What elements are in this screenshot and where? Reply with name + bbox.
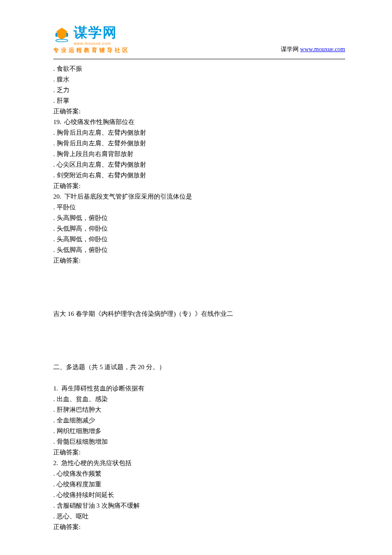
blank-line xyxy=(53,287,345,298)
text-line: 二、多选题（共 5 道试题，共 20 分。） xyxy=(53,362,345,373)
text-line: . 出血、贫血、感染 xyxy=(53,394,345,405)
logo-url-text: www.mouxue.com xyxy=(74,41,117,46)
text-line: . 心尖区且向左肩、左臂内侧放射 xyxy=(53,159,345,170)
text-line: . 乏力 xyxy=(53,85,345,95)
text-line: 吉大 16 春学期《内科护理学(含传染病护理)（专）》在线作业二 xyxy=(53,309,345,319)
text-line: . 胸骨后且向左肩、左臂外侧放射 xyxy=(53,138,345,149)
page-header: 谋学网 www.mouxue.com 专业远程教育辅导社区 谋学网 www.mo… xyxy=(0,0,392,56)
header-right: 谋学网 www.mouxue.com xyxy=(281,46,345,54)
text-line: . 网织红细胞增多 xyxy=(53,426,345,436)
blank-line xyxy=(53,341,345,351)
logo-text-block: 谋学网 www.mouxue.com xyxy=(74,23,117,46)
document-content: . 食欲不振. 腹水. 乏力. 肝掌正确答案:19. 心绞痛发作性胸痛部位在. … xyxy=(0,59,392,532)
blank-line xyxy=(53,277,345,287)
text-line: . 平卧位 xyxy=(53,202,345,213)
blank-line xyxy=(53,330,345,341)
text-line: . 恶心、呕吐 xyxy=(53,511,345,522)
text-line: 20. 下叶后基底段支气管扩张应采用的引流体位是 xyxy=(53,191,345,202)
logo-tagline: 专业远程教育辅导社区 xyxy=(53,46,130,54)
text-line: . 胸骨上段且向右肩背部放射 xyxy=(53,149,345,159)
text-line: 正确答案: xyxy=(53,181,345,191)
text-line: . 全血细胞减少 xyxy=(53,415,345,426)
text-line: . 食欲不振 xyxy=(53,64,345,74)
header-link[interactable]: www.mouxue.com xyxy=(300,46,345,52)
text-line: . 含服硝酸甘油 3 次胸痛不缓解 xyxy=(53,500,345,511)
text-line: 正确答案: xyxy=(53,255,345,266)
blank-line xyxy=(53,266,345,277)
text-line: . 胸骨后且向左肩、左臂内侧放射 xyxy=(53,127,345,138)
blank-line xyxy=(53,351,345,362)
logo-brand-text: 谋学网 xyxy=(74,23,117,42)
text-line: 正确答案: xyxy=(53,447,345,458)
text-line: . 头低脚高，仰卧位 xyxy=(53,223,345,234)
text-line: . 心绞痛程度加重 xyxy=(53,479,345,490)
text-line: . 头低脚高，俯卧位 xyxy=(53,245,345,255)
blank-line xyxy=(53,298,345,309)
text-line: . 肝脾淋巴结肿大 xyxy=(53,405,345,415)
header-right-text: 谋学网 xyxy=(281,46,300,52)
logo-top: 谋学网 www.mouxue.com xyxy=(53,23,130,46)
text-line: . 头高脚低，仰卧位 xyxy=(53,234,345,245)
text-line: . 头高脚低，俯卧位 xyxy=(53,213,345,223)
blank-line xyxy=(53,373,345,383)
blank-line xyxy=(53,319,345,330)
text-line: 1. 再生障碍性贫血的诊断依据有 xyxy=(53,383,345,394)
text-line: . 肝掌 xyxy=(53,95,345,106)
text-line: . 骨髓巨核细胞增加 xyxy=(53,436,345,447)
text-line: . 心绞痛发作频繁 xyxy=(53,468,345,479)
text-line: . 心绞痛持续时间延长 xyxy=(53,490,345,500)
logo-icon xyxy=(53,27,70,42)
text-line: 正确答案: xyxy=(53,106,345,117)
text-line: 2. 急性心梗的先兆症状包括 xyxy=(53,458,345,468)
text-line: 正确答案: xyxy=(53,522,345,532)
logo: 谋学网 www.mouxue.com 专业远程教育辅导社区 xyxy=(53,23,130,54)
text-line: . 腹水 xyxy=(53,74,345,85)
text-line: 19. 心绞痛发作性胸痛部位在 xyxy=(53,117,345,127)
text-line: . 剑突附近向右肩、右臂内侧放射 xyxy=(53,170,345,181)
